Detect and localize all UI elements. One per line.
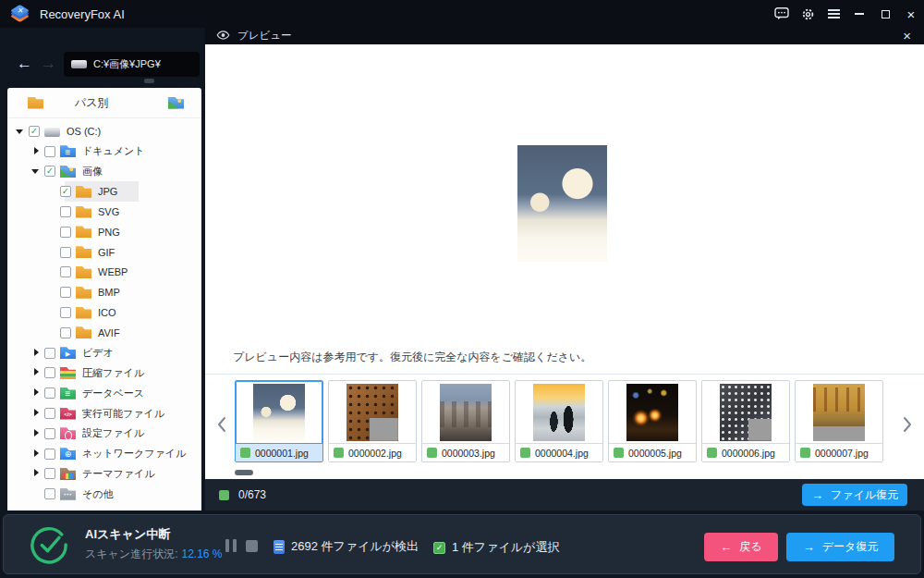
checkbox[interactable]	[60, 186, 71, 197]
checkbox[interactable]	[44, 146, 55, 157]
recoverable-status-icon	[520, 448, 530, 458]
close-button[interactable]: ×	[898, 0, 924, 28]
checkbox[interactable]	[44, 468, 55, 479]
tree-item[interactable]: 圧縮ファイル	[7, 363, 201, 384]
tree-item[interactable]: テーマファイル	[7, 464, 201, 485]
checkbox[interactable]	[60, 266, 71, 277]
tree-item[interactable]: ネットワークファイル	[7, 444, 201, 464]
thumbnail-label-bar: 0000007.jpg	[796, 443, 882, 461]
maximize-button[interactable]	[872, 0, 898, 28]
filmstrip-track: 0000001.jpg0000002.jpg0000003.jpg0000004…	[235, 380, 883, 462]
preview-close-icon[interactable]: ×	[903, 28, 911, 43]
checkbox[interactable]	[44, 348, 55, 359]
checkbox[interactable]	[60, 327, 71, 338]
tree-item[interactable]: ビデオ	[7, 343, 201, 363]
folder-other-icon	[60, 488, 76, 500]
checkbox[interactable]	[44, 387, 55, 399]
tree-item-label: AVIF	[98, 327, 120, 338]
tree-item[interactable]: PNG	[7, 222, 201, 242]
tree-item[interactable]: 画像	[7, 162, 201, 182]
checkbox[interactable]	[60, 307, 71, 318]
checkbox[interactable]	[60, 247, 71, 258]
menu-icon[interactable]	[821, 0, 846, 28]
forward-arrow-icon[interactable]: →	[41, 55, 56, 73]
tree-item[interactable]: 実行可能ファイル	[7, 403, 201, 424]
folder-executable-icon	[60, 408, 76, 420]
expander-icon[interactable]	[30, 146, 42, 157]
back-arrow-icon[interactable]: ←	[17, 55, 32, 73]
tree-item[interactable]: SVG	[7, 202, 201, 222]
tree-item[interactable]: その他	[7, 484, 201, 504]
expander-icon[interactable]	[15, 126, 26, 137]
tree-item[interactable]: JPG	[7, 181, 201, 202]
tree-item[interactable]: GIF	[7, 242, 201, 263]
expander-icon[interactable]	[30, 367, 42, 378]
recover-data-button[interactable]: → データ復元	[786, 533, 894, 561]
filmstrip-next-icon[interactable]	[901, 413, 914, 436]
recoverable-status-icon	[800, 448, 810, 458]
folder-theme-icon	[60, 468, 76, 480]
message-icon[interactable]	[769, 0, 795, 28]
expander-icon[interactable]	[30, 387, 42, 399]
expander-icon[interactable]	[30, 449, 42, 460]
expander-icon[interactable]	[30, 408, 42, 419]
expander-icon[interactable]	[30, 428, 42, 439]
checkbox[interactable]	[44, 449, 55, 460]
recoverable-status-icon	[427, 448, 437, 458]
tree-item-label: 実行可能ファイル	[82, 407, 164, 421]
tree-item[interactable]: BMP	[7, 282, 201, 302]
thumbnail-image-penguins	[533, 384, 585, 441]
tree-item-label: WEBP	[98, 266, 128, 277]
checkbox[interactable]	[60, 287, 71, 298]
splitter-handle[interactable]	[144, 79, 154, 83]
checkbox[interactable]	[44, 367, 55, 378]
thumbnail-filename: 0000006.jpg	[722, 448, 775, 459]
gear-icon[interactable]	[795, 0, 821, 28]
tree-item[interactable]: AVIF	[7, 323, 201, 343]
tree-item[interactable]: ドキュメント	[7, 141, 201, 162]
thumbnail-filename: 0000002.jpg	[348, 448, 402, 459]
arrow-right-icon: →	[803, 540, 815, 554]
thumbnail-tile[interactable]: 0000001.jpg	[235, 380, 323, 462]
folder-icon	[76, 266, 91, 278]
checkbox[interactable]	[44, 166, 55, 177]
pause-icon[interactable]	[224, 539, 238, 552]
filmstrip-scrollbar[interactable]	[235, 470, 253, 475]
thumbnail-tile[interactable]: 0000002.jpg	[328, 380, 417, 462]
thumbnail-tile[interactable]: 0000005.jpg	[608, 380, 697, 462]
stop-icon[interactable]	[246, 540, 258, 552]
expander-icon[interactable]	[30, 166, 42, 177]
tree-item[interactable]: 設定ファイル	[7, 424, 201, 444]
checkbox[interactable]	[44, 408, 55, 419]
expander-icon[interactable]	[30, 348, 42, 359]
path-breadcrumb[interactable]: C:¥画像¥JPG¥	[64, 52, 200, 77]
checkbox[interactable]	[44, 428, 55, 439]
tree-item[interactable]: データベース	[7, 383, 201, 403]
thumbnail-tile[interactable]: 0000007.jpg	[795, 380, 883, 462]
recoverable-status-icon	[219, 490, 229, 500]
thumbnail-tile[interactable]: 0000003.jpg	[421, 380, 510, 462]
tree-item-label: ネットワークファイル	[82, 447, 186, 461]
minimize-button[interactable]	[846, 0, 872, 28]
folder-video-icon	[60, 347, 76, 359]
back-button[interactable]: ← 戻る	[704, 533, 778, 561]
folder-documents-icon	[60, 145, 76, 157]
eye-icon	[216, 30, 230, 41]
recover-files-button[interactable]: → ファイル復元	[802, 484, 907, 506]
tree-item[interactable]: WEBP	[7, 263, 201, 283]
checkbox[interactable]	[29, 126, 40, 137]
checkbox[interactable]	[44, 488, 55, 499]
expander-icon[interactable]	[30, 468, 42, 479]
checkbox[interactable]	[60, 206, 71, 217]
filmstrip-prev-icon[interactable]	[215, 413, 228, 436]
thumbnail-label-bar: 0000002.jpg	[329, 443, 416, 461]
app-title: RecoveryFox AI	[40, 7, 125, 21]
tree-item[interactable]: OS (C:)	[7, 121, 201, 141]
thumbnail-tile[interactable]: 0000004.jpg	[515, 380, 603, 462]
scan-status-text: AIスキャン中断	[85, 526, 170, 543]
checkbox[interactable]	[60, 227, 71, 238]
thumbnail-tile[interactable]: 0000006.jpg	[701, 380, 790, 462]
sidebar-title: パス別	[75, 95, 159, 111]
tree-item[interactable]: ICO	[7, 302, 201, 323]
folder-icon	[76, 206, 91, 218]
